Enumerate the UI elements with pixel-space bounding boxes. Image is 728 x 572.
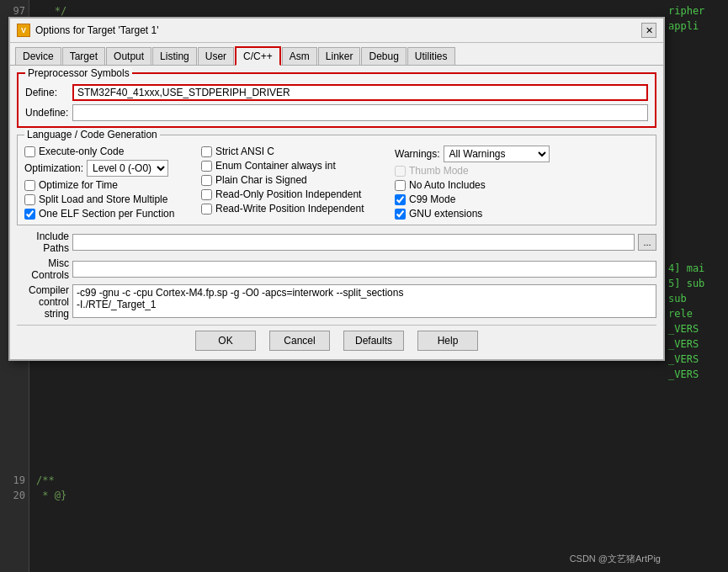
language-group: Language / Code Generation Execute-only …: [17, 135, 656, 225]
plain-char-checkbox[interactable]: [201, 175, 212, 186]
optimize-time-row: Optimize for Time: [24, 179, 201, 191]
plain-char-label: Plain Char is Signed: [215, 174, 307, 186]
right-code-panel: ripher appli 4] mai 5] sub sub rele _VER…: [665, 0, 728, 572]
one-elf-label: One ELF Section per Function: [39, 208, 174, 220]
tab-target[interactable]: Target: [62, 47, 105, 65]
include-paths-row: IncludePaths ...: [17, 230, 656, 254]
dialog-content: Preprocessor Symbols Define: Undefine: L…: [10, 66, 663, 359]
compiler-control-input[interactable]: -c99 -gnu -c -cpu Cortex-M4.fp.sp -g -O0…: [72, 284, 656, 318]
gnu-row: GNU extensions: [395, 208, 563, 220]
execute-only-row: Execute-only Code: [24, 146, 201, 157]
title-bar: V Options for Target 'Target 1' ✕: [10, 19, 663, 43]
tab-bar: Device Target Output Listing User C/C++ …: [10, 43, 663, 66]
enum-container-label: Enum Container always int: [215, 160, 336, 172]
compiler-control-row: Compilercontrolstring -c99 -gnu -c -cpu …: [17, 284, 656, 320]
misc-controls-label: MiscControls: [17, 257, 69, 281]
enum-container-checkbox[interactable]: [201, 161, 212, 172]
c99-label: C99 Mode: [409, 193, 455, 205]
no-auto-checkbox[interactable]: [395, 180, 406, 191]
read-only-label: Read-Only Position Independent: [215, 188, 361, 200]
undefine-row: Undefine:: [25, 104, 648, 121]
ok-button[interactable]: OK: [195, 331, 256, 351]
tab-cpp[interactable]: C/C++: [235, 46, 281, 66]
optimization-row: Optimization: Level 0 (-O0): [24, 160, 201, 177]
thumb-mode-checkbox[interactable]: [395, 166, 406, 177]
enum-container-row: Enum Container always int: [201, 160, 395, 172]
lang-col3: Warnings: All Warnings No Warnings MISRA…: [395, 146, 563, 220]
warnings-label: Warnings:: [395, 148, 440, 160]
c99-checkbox[interactable]: [395, 194, 406, 205]
tab-utilities[interactable]: Utilities: [407, 47, 455, 65]
undefine-input[interactable]: [72, 104, 648, 121]
one-elf-row: One ELF Section per Function: [24, 208, 201, 220]
tab-asm[interactable]: Asm: [282, 47, 317, 65]
optimization-select[interactable]: Level 0 (-O0): [87, 160, 168, 177]
read-write-row: Read-Write Position Independent: [201, 203, 395, 214]
close-button[interactable]: ✕: [641, 23, 656, 38]
compiler-control-label: Compilercontrolstring: [17, 284, 69, 320]
warnings-row: Warnings: All Warnings No Warnings MISRA…: [395, 146, 563, 162]
no-auto-label: No Auto Includes: [409, 179, 486, 191]
include-paths-label: IncludePaths: [17, 230, 69, 254]
help-button[interactable]: Help: [417, 331, 478, 351]
dialog-icon: V: [17, 24, 30, 37]
tab-device[interactable]: Device: [15, 47, 61, 65]
preprocessor-label: Preprocessor Symbols: [25, 67, 132, 79]
optimization-label: Optimization:: [24, 162, 83, 174]
execute-only-checkbox[interactable]: [24, 146, 35, 157]
dialog: V Options for Target 'Target 1' ✕ Device…: [8, 17, 665, 361]
split-load-row: Split Load and Store Multiple: [24, 193, 201, 205]
button-row: OK Cancel Defaults Help: [17, 325, 656, 352]
undefine-label: Undefine:: [25, 107, 69, 119]
preprocessor-group: Preprocessor Symbols Define: Undefine:: [17, 72, 656, 128]
misc-controls-row: MiscControls: [17, 257, 656, 281]
strict-ansi-row: Strict ANSI C: [201, 146, 395, 157]
optimize-time-label: Optimize for Time: [39, 179, 118, 191]
tab-debug[interactable]: Debug: [361, 47, 406, 65]
strict-ansi-label: Strict ANSI C: [215, 146, 274, 157]
defaults-button[interactable]: Defaults: [343, 331, 404, 351]
gnu-checkbox[interactable]: [395, 209, 406, 220]
optimize-time-checkbox[interactable]: [24, 180, 35, 191]
split-load-label: Split Load and Store Multiple: [39, 193, 167, 205]
tab-user[interactable]: User: [198, 47, 234, 65]
include-paths-input[interactable]: [72, 234, 635, 251]
cancel-button[interactable]: Cancel: [269, 331, 330, 351]
define-row: Define:: [25, 84, 648, 101]
misc-controls-input[interactable]: [72, 261, 656, 278]
language-label: Language / Code Generation: [24, 129, 160, 140]
tab-output[interactable]: Output: [106, 47, 151, 65]
define-label: Define:: [25, 87, 69, 98]
tab-linker[interactable]: Linker: [318, 47, 361, 65]
lang-col2: Strict ANSI C Enum Container always int …: [201, 146, 395, 220]
watermark: CSDN @文艺猪ArtPig: [570, 553, 661, 565]
tab-listing[interactable]: Listing: [152, 47, 197, 65]
one-elf-checkbox[interactable]: [24, 209, 35, 220]
dialog-title: Options for Target 'Target 1': [35, 24, 158, 36]
read-only-checkbox[interactable]: [201, 189, 212, 200]
lang-col1: Execute-only Code Optimization: Level 0 …: [24, 146, 201, 220]
c99-row: C99 Mode: [395, 193, 563, 205]
bottom-fields: IncludePaths ... MiscControls Compilerco…: [17, 230, 656, 320]
thumb-mode-row: Thumb Mode: [395, 165, 563, 177]
define-input[interactable]: [72, 84, 648, 101]
gnu-label: GNU extensions: [409, 208, 482, 220]
thumb-mode-label: Thumb Mode: [409, 165, 469, 177]
no-auto-row: No Auto Includes: [395, 179, 563, 191]
split-load-checkbox[interactable]: [24, 194, 35, 205]
read-write-label: Read-Write Position Independent: [215, 203, 364, 214]
strict-ansi-checkbox[interactable]: [201, 146, 212, 157]
plain-char-row: Plain Char is Signed: [201, 174, 395, 186]
warnings-select[interactable]: All Warnings No Warnings MISRA compatibl…: [444, 146, 550, 162]
read-only-row: Read-Only Position Independent: [201, 188, 395, 200]
include-browse-button[interactable]: ...: [638, 234, 656, 251]
read-write-checkbox[interactable]: [201, 204, 212, 214]
execute-only-label: Execute-only Code: [39, 146, 124, 157]
